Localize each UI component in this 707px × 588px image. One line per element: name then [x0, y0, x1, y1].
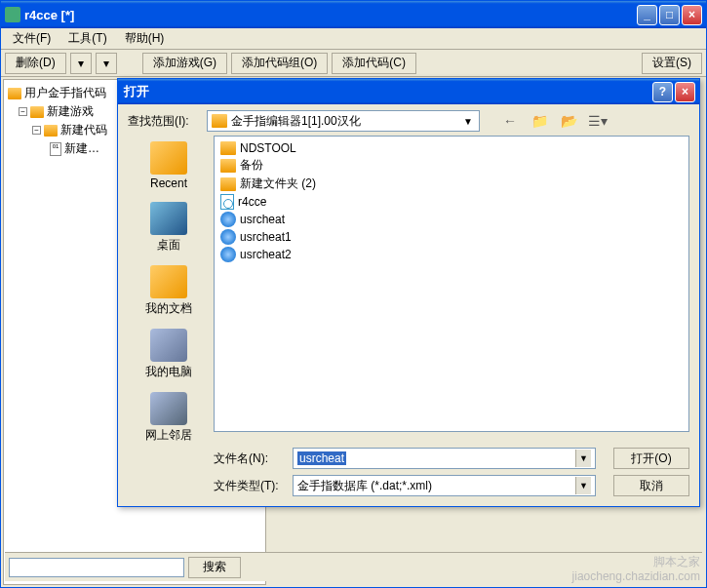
tree-label: 新建…	[64, 140, 99, 157]
place-label: 桌面	[157, 237, 180, 254]
lookin-label: 查找范围(I):	[128, 113, 201, 130]
filename-label: 文件名(N):	[128, 451, 287, 467]
folder-icon	[220, 177, 236, 191]
window-title: r4cce [*]	[24, 8, 637, 22]
back-icon[interactable]: ←	[499, 111, 521, 131]
filetype-label: 文件类型(T):	[128, 478, 287, 494]
new-folder-icon[interactable]: 📂	[558, 111, 579, 131]
up-folder-icon[interactable]: 📁	[529, 111, 550, 131]
file-list[interactable]: NDSTOOL 备份 新建文件夹 (2) r4cce usrcheat usrc…	[214, 136, 689, 432]
list-item[interactable]: 备份	[218, 156, 685, 175]
filename-value: usrcheat	[297, 451, 346, 465]
lookin-value: 金手指编辑器1[1].00汉化	[231, 113, 361, 130]
menu-file[interactable]: 文件(F)	[5, 28, 59, 49]
search-bar: 搜索	[5, 552, 702, 581]
place-documents[interactable]: 我的文档	[130, 261, 208, 321]
folder-icon	[220, 141, 236, 155]
places-bar: Recent 桌面 我的文档 我的电脑 网上邻居	[128, 136, 210, 432]
app-icon	[5, 7, 20, 22]
delete-button[interactable]: 删除(D)	[5, 53, 66, 74]
list-item[interactable]: NDSTOOL	[218, 140, 685, 156]
folder-icon	[220, 159, 236, 173]
chevron-down-icon[interactable]: ▼	[575, 477, 591, 494]
tree-label: 新建游戏	[47, 103, 94, 120]
lookin-row: 查找范围(I): 金手指编辑器1[1].00汉化 ▼ ← 📁 📂 ☰▾	[118, 104, 699, 136]
place-label: 我的电脑	[145, 364, 192, 380]
toolbar-dropdown2[interactable]: ▾	[96, 53, 117, 74]
toolbar-dropdown1[interactable]: ▾	[70, 53, 92, 74]
place-recent[interactable]: Recent	[130, 137, 208, 194]
folder-icon	[44, 125, 58, 137]
filetype-combo[interactable]: 金手指数据库 (*.dat;*.xml) ▼	[293, 475, 596, 496]
chevron-down-icon[interactable]: ▼	[461, 116, 475, 127]
folder-icon	[30, 106, 44, 118]
views-icon[interactable]: ☰▾	[587, 111, 609, 131]
menubar: 文件(F) 工具(T) 帮助(H)	[1, 28, 706, 50]
toolbar: 删除(D) ▾ ▾ 添加游戏(G) 添加代码组(O) 添加代码(C) 设置(S)	[1, 50, 706, 77]
main-titlebar: r4cce [*] _ □ ×	[1, 1, 706, 28]
expander-icon[interactable]: −	[19, 107, 27, 116]
place-label: Recent	[150, 176, 187, 190]
place-computer[interactable]: 我的电脑	[130, 325, 208, 384]
recent-icon	[150, 141, 187, 175]
lookin-combo[interactable]: 金手指编辑器1[1].00汉化 ▼	[207, 110, 480, 132]
data-file-icon	[220, 247, 236, 262]
tree-root-label: 用户金手指代码	[24, 85, 106, 101]
filename-input[interactable]: usrcheat ▼	[293, 448, 596, 469]
open-dialog: 打开 ? × 查找范围(I): 金手指编辑器1[1].00汉化 ▼ ← 📁 📂 …	[117, 78, 700, 507]
dialog-titlebar: 打开 ? ×	[118, 79, 699, 104]
list-item[interactable]: 新建文件夹 (2)	[218, 175, 685, 193]
data-file-icon	[220, 229, 236, 245]
open-button[interactable]: 打开(O)	[613, 448, 689, 469]
add-game-button[interactable]: 添加游戏(G)	[142, 53, 227, 74]
close-button[interactable]: ×	[682, 5, 702, 25]
search-button[interactable]: 搜索	[188, 557, 241, 578]
add-codegroup-button[interactable]: 添加代码组(O)	[231, 53, 328, 74]
dialog-title: 打开	[122, 83, 652, 100]
search-input[interactable]	[9, 558, 184, 577]
tree-label: 新建代码	[60, 122, 107, 138]
place-label: 我的文档	[145, 300, 192, 317]
place-desktop[interactable]: 桌面	[130, 198, 208, 257]
data-file-icon	[220, 212, 236, 227]
code-icon: 01	[50, 142, 61, 156]
html-icon	[220, 194, 234, 210]
add-code-button[interactable]: 添加代码(C)	[332, 53, 416, 74]
menu-help[interactable]: 帮助(H)	[117, 28, 173, 49]
list-item[interactable]: r4cce	[218, 193, 685, 211]
filetype-value: 金手指数据库 (*.dat;*.xml)	[297, 478, 432, 494]
expander-icon[interactable]: −	[32, 126, 41, 135]
settings-button[interactable]: 设置(S)	[642, 53, 702, 74]
folder-icon	[8, 88, 21, 99]
menu-tools[interactable]: 工具(T)	[60, 28, 114, 49]
folder-icon	[212, 114, 227, 128]
dialog-footer: 文件名(N): usrcheat ▼ 打开(O) 文件类型(T): 金手指数据库…	[118, 436, 699, 506]
list-item[interactable]: usrcheat	[218, 211, 685, 228]
cancel-button[interactable]: 取消	[613, 475, 689, 496]
computer-icon	[150, 329, 187, 362]
documents-icon	[150, 265, 187, 298]
dialog-close-button[interactable]: ×	[675, 82, 695, 102]
list-item[interactable]: usrcheat2	[218, 246, 685, 263]
network-icon	[150, 392, 187, 425]
desktop-icon	[150, 202, 187, 235]
chevron-down-icon[interactable]: ▼	[575, 450, 591, 467]
dialog-help-button[interactable]: ?	[652, 82, 673, 102]
minimize-button[interactable]: _	[637, 5, 657, 25]
maximize-button[interactable]: □	[659, 5, 680, 25]
list-item[interactable]: usrcheat1	[218, 228, 685, 246]
